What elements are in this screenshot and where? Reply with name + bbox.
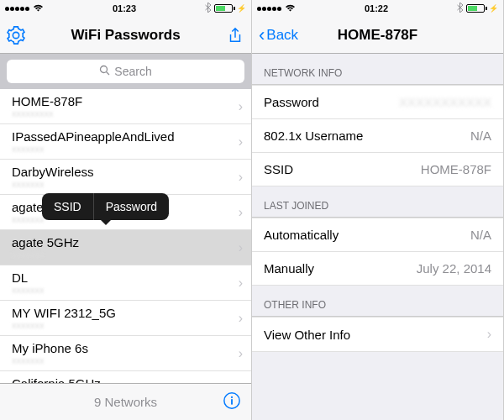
signal-icon [257, 7, 281, 11]
info-icon [223, 391, 241, 410]
footer-bar: 9 Networks [0, 383, 251, 420]
chevron-right-icon: › [239, 240, 243, 255]
popover-password-button[interactable]: Password [94, 193, 169, 220]
chevron-right-icon: › [487, 327, 491, 342]
bluetooth-icon [457, 3, 463, 14]
view-other-info-row[interactable]: View Other Info › [252, 317, 503, 352]
svg-point-0 [101, 66, 108, 73]
status-time: 01:22 [365, 3, 388, 13]
back-button[interactable]: ‹ Back [259, 26, 298, 45]
gear-icon [7, 26, 25, 45]
list-item[interactable]: IPassedAPineappleAndLived xxxxxxx › [0, 124, 251, 160]
copy-popover: SSID Password [42, 193, 169, 220]
chevron-right-icon: › [239, 99, 243, 114]
info-button[interactable] [223, 391, 241, 412]
status-time: 01:23 [113, 3, 136, 13]
password-value: XXXXXXXXXXX [399, 95, 491, 109]
wifi-icon [33, 3, 44, 13]
search-input[interactable]: Search [7, 60, 244, 83]
list-item[interactable]: My iPhone 6s xxxxxxx › [0, 336, 251, 371]
share-button[interactable] [226, 26, 244, 45]
status-bar: 01:22 ⚡ [252, 0, 503, 17]
ssid-row[interactable]: SSID HOME-878F [252, 152, 503, 186]
manual-joined-row[interactable]: Manually July 22, 2014 [252, 251, 503, 286]
battery-icon: ⚡ [214, 4, 246, 13]
svg-rect-4 [231, 399, 233, 404]
search-placeholder: Search [114, 65, 151, 78]
section-header-network-info: NETWORK INFO [252, 54, 503, 84]
username-row[interactable]: 802.1x Username N/A [252, 118, 503, 153]
wifi-passwords-screen: 01:23 ⚡ WiFi Passwords [0, 0, 252, 420]
search-bar: Search [0, 54, 251, 89]
wifi-icon [285, 3, 296, 13]
password-row[interactable]: Password XXXXXXXXXXX [252, 85, 503, 119]
nav-title: WiFi Passwords [49, 27, 202, 44]
chevron-right-icon: › [239, 170, 243, 185]
list-item[interactable]: DarbyWireless xxxxxxx › [0, 160, 251, 195]
section-header-other-info: OTHER INFO [252, 286, 503, 316]
bluetooth-icon [205, 3, 211, 14]
list-item[interactable]: DL xxxxxxx › [0, 265, 251, 301]
list-item[interactable]: MY WIFI 2312_5G xxxxxxx › [0, 301, 251, 336]
signal-icon [5, 7, 29, 11]
detail-body[interactable]: NETWORK INFO Password XXXXXXXXXXX 802.1x… [252, 54, 503, 420]
list-item[interactable]: HOME-878F xxxxxxxxx › [0, 89, 251, 124]
network-count: 9 Networks [94, 395, 157, 409]
status-bar: 01:23 ⚡ [0, 0, 251, 17]
chevron-left-icon: ‹ [259, 26, 265, 45]
battery-icon: ⚡ [466, 4, 498, 13]
nav-title: HOME-878F [301, 27, 454, 44]
chevron-right-icon: › [239, 346, 243, 361]
list-item[interactable]: agate 5GHz xxxxxxx › [0, 230, 251, 265]
chevron-right-icon: › [239, 311, 243, 326]
svg-line-1 [107, 72, 110, 76]
network-detail-screen: 01:22 ⚡ ‹ Back HOME-878F NETWORK INFO Pa [252, 0, 504, 420]
settings-button[interactable] [7, 26, 25, 45]
section-header-last-joined: LAST JOINED [252, 186, 503, 217]
share-icon [226, 26, 244, 45]
auto-joined-row[interactable]: Automatically N/A [252, 218, 503, 252]
chevron-right-icon: › [239, 205, 243, 220]
list-item[interactable]: California 5GHz xxxxxxx › [0, 371, 251, 383]
chevron-right-icon: › [239, 134, 243, 150]
svg-point-3 [231, 396, 233, 398]
popover-ssid-button[interactable]: SSID [42, 193, 94, 220]
list-item[interactable]: agate xxxxxxx › SSID Password [0, 195, 251, 230]
chevron-right-icon: › [239, 276, 243, 291]
search-icon [99, 65, 110, 78]
network-list[interactable]: HOME-878F xxxxxxxxx › IPassedAPineappleA… [0, 89, 251, 383]
nav-bar: WiFi Passwords [0, 17, 251, 54]
nav-bar: ‹ Back HOME-878F [252, 17, 503, 54]
